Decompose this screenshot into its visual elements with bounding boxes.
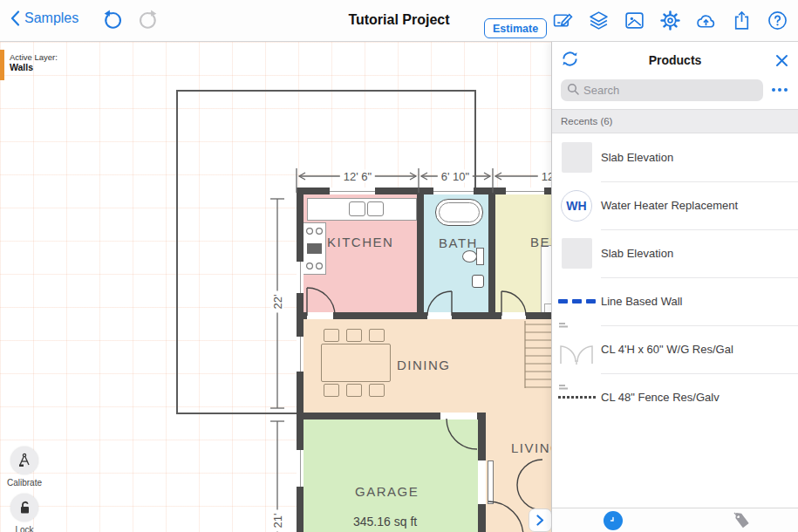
- help-icon[interactable]: [767, 10, 788, 31]
- label-garage: GARAGE: [355, 484, 419, 499]
- active-layer-indicator: Active Layer: Walls: [0, 50, 58, 80]
- product-label: Water Heater Replacement: [601, 199, 738, 212]
- search-input[interactable]: [561, 79, 763, 101]
- window: [330, 188, 375, 194]
- estimate-button[interactable]: Estimate: [484, 18, 547, 38]
- product-item-line-based-wall[interactable]: Line Based Wall: [552, 277, 798, 325]
- window: [506, 188, 544, 194]
- chair: [346, 384, 362, 397]
- more-options-icon[interactable]: [770, 85, 789, 95]
- share-icon[interactable]: [731, 10, 753, 31]
- chair: [324, 329, 339, 342]
- label-dining: DINING: [397, 358, 451, 372]
- gate-arcs-icon: [558, 334, 595, 365]
- cloud-upload-icon[interactable]: [695, 10, 717, 31]
- products-tab-tag-icon[interactable]: [732, 510, 753, 532]
- swatch-icon: [562, 238, 592, 269]
- product-list: Slab Elevation WH Water Heater Replaceme…: [552, 133, 798, 421]
- toilet-tank: [476, 248, 484, 265]
- settings-gear-icon[interactable]: [659, 10, 681, 31]
- product-label: CL 48" Fence Res/Galv: [601, 391, 720, 404]
- kitchen-sink: [349, 201, 365, 216]
- product-item-slab-elevation-2[interactable]: Slab Elevation: [552, 229, 798, 277]
- dining-table: [321, 344, 391, 382]
- product-item-cl-fence[interactable]: CL 48" Fence Res/Galv: [552, 373, 798, 421]
- unlock-icon: [17, 500, 32, 515]
- label-kitchen: KITCHEN: [327, 235, 393, 249]
- product-item-slab-elevation[interactable]: Slab Elevation: [552, 133, 798, 181]
- garage-area-label: 345.16 sq ft: [353, 515, 417, 529]
- stove-burners-icon: [303, 222, 326, 275]
- panel-title: Products: [552, 53, 798, 67]
- panel-tab-bar: [552, 508, 798, 532]
- dim-top-1: 12' 6": [340, 170, 375, 183]
- kitchen-sink-2: [367, 201, 384, 216]
- image-icon[interactable]: [624, 10, 645, 31]
- chair: [369, 329, 385, 342]
- dashed-line-icon: [558, 299, 596, 304]
- app-window: 12' 6" 6' 10" 12 22' 21' KITCHEN BATH BE…: [0, 0, 798, 532]
- top-toolbar: Samples Tutorial Project Estimate: [0, 0, 798, 42]
- chair: [324, 384, 339, 397]
- chevron-right-icon: [536, 515, 544, 526]
- window: [297, 337, 304, 372]
- dim-left-22: 22': [271, 291, 284, 313]
- product-item-water-heater[interactable]: WH Water Heater Replacement: [552, 181, 798, 229]
- door-gap: [501, 312, 526, 319]
- product-label: CL 4'H x 60" W/G Res/Gal: [601, 343, 733, 356]
- label-bath: BATH: [439, 235, 478, 250]
- door-gap: [427, 312, 452, 319]
- product-label: Line Based Wall: [601, 295, 682, 308]
- dim-top-2: 6' 10": [438, 170, 473, 183]
- dotted-line-icon: [558, 396, 596, 399]
- wall-kitchen-bath: [417, 194, 424, 318]
- wall-bath-bedroom: [488, 194, 495, 318]
- chair: [346, 329, 362, 342]
- compass-icon: [17, 453, 32, 468]
- toilet-bowl: [462, 250, 477, 263]
- product-label: Slab Elevation: [601, 151, 673, 164]
- recents-tab-clock-icon[interactable]: [604, 511, 623, 530]
- window: [297, 262, 304, 293]
- layers-icon[interactable]: [588, 10, 610, 31]
- calibrate-label: Calibrate: [0, 478, 49, 488]
- active-layer-value: Walls: [10, 62, 58, 72]
- lock-button[interactable]: Lock: [0, 494, 49, 532]
- wh-monogram-icon: WH: [561, 190, 592, 222]
- product-item-cl-gate[interactable]: CL 4'H x 60" W/G Res/Gal: [552, 325, 798, 373]
- door-gap: [307, 312, 333, 319]
- window: [433, 188, 474, 194]
- mini-stack-icon: [559, 384, 568, 391]
- close-icon[interactable]: [772, 51, 791, 70]
- products-panel: Products Recents (6) Slab Elevation: [551, 42, 798, 532]
- bath-sink: [472, 275, 484, 288]
- panel-expand-chevron[interactable]: [529, 508, 552, 532]
- markup-tool-icon[interactable]: [552, 10, 574, 31]
- swatch-icon: [562, 142, 592, 173]
- window: [297, 450, 304, 487]
- door-gap: [478, 460, 486, 504]
- bathtub-inner: [439, 202, 480, 222]
- product-label: Slab Elevation: [601, 247, 673, 260]
- lock-label: Lock: [0, 525, 49, 532]
- dim-left-21: 21': [271, 510, 284, 532]
- door-leaf: [488, 460, 494, 504]
- calibrate-button[interactable]: Calibrate: [0, 447, 49, 488]
- active-layer-label: Active Layer:: [10, 52, 58, 62]
- recents-section-header: Recents (6): [552, 109, 798, 133]
- chair: [369, 384, 385, 397]
- door-gap: [440, 413, 477, 419]
- mini-stack-icon: [559, 322, 568, 329]
